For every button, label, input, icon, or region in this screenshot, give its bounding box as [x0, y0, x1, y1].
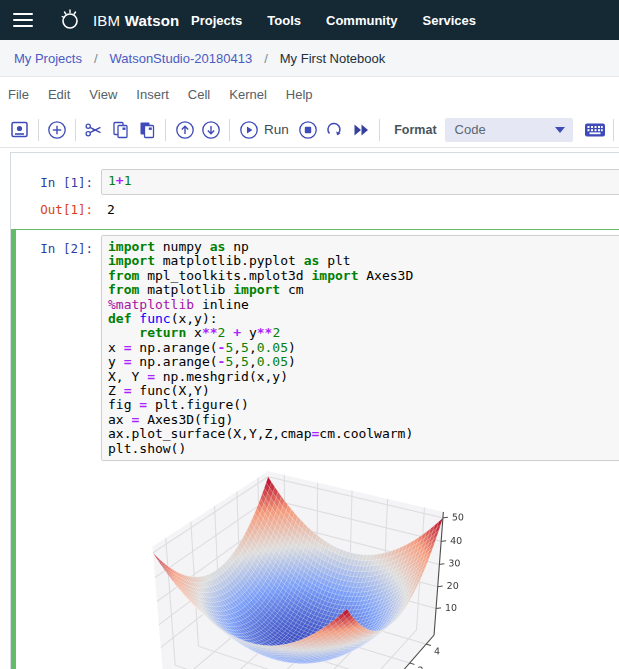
brand-text: IBM Watson — [93, 12, 179, 29]
header-nav-community[interactable]: Community — [326, 13, 398, 28]
breadcrumb-separator: / — [264, 51, 268, 66]
toolbar-separator — [75, 119, 76, 141]
interrupt-kernel-button[interactable] — [295, 117, 322, 143]
stop-circle-icon — [298, 120, 318, 140]
notebook-container: In [1]: 1+1 Out[1]: 2 In [2]: import num… — [10, 152, 619, 669]
code-input-area[interactable]: 1+1 — [101, 169, 619, 195]
menu-kernel[interactable]: Kernel — [229, 83, 267, 106]
keyboard-shortcuts-button[interactable] — [582, 117, 609, 143]
toolbar-separator — [165, 119, 166, 141]
header-nav-tools[interactable]: Tools — [267, 13, 301, 28]
format-label: Format — [394, 123, 436, 137]
play-circle-icon — [239, 120, 259, 140]
watson-studio-notebook-page: { "header": { "brand": { "prefix": "IBM"… — [0, 0, 619, 669]
breadcrumb: My Projects/WatsonStudio-20180413/My Fir… — [0, 40, 619, 77]
code-source: import numpy as np import matplotlib.pyp… — [108, 240, 619, 456]
paste-icon — [137, 120, 157, 140]
move-cell-down-button[interactable] — [198, 117, 225, 143]
header-nav: ProjectsToolsCommunityServices — [191, 0, 476, 40]
breadcrumb-link[interactable]: My Projects — [14, 51, 82, 66]
code-cell-1[interactable]: In [1]: 1+1 Out[1]: 2 — [11, 163, 619, 223]
paste-cell-button[interactable] — [134, 117, 161, 143]
code-source: 1+1 — [108, 174, 619, 188]
menu-view[interactable]: View — [89, 83, 117, 106]
add-cell-button[interactable] — [43, 117, 70, 143]
keyboard-icon — [584, 121, 606, 139]
cell-type-dropdown[interactable]: Code — [445, 118, 573, 142]
notebook-menubar: FileEditViewInsertCellKernelHelp — [0, 77, 619, 112]
breadcrumb-current: My First Notebook — [280, 51, 385, 66]
scissors-icon — [84, 120, 104, 140]
input-prompt: In [2]: — [21, 235, 101, 256]
output-prompt: Out[1]: — [21, 202, 101, 217]
header-nav-services[interactable]: Services — [423, 13, 477, 28]
watson-avatar-icon — [57, 7, 83, 33]
code-cell-2[interactable]: In [2]: import numpy as np import matplo… — [11, 229, 619, 669]
menu-cell[interactable]: Cell — [188, 83, 210, 106]
arrow-down-circle-icon — [201, 120, 221, 140]
menu-insert[interactable]: Insert — [136, 83, 169, 106]
restart-icon — [324, 120, 344, 140]
save-button[interactable] — [6, 117, 33, 143]
toolbar-separator — [379, 119, 380, 141]
copy-cell-button[interactable] — [107, 117, 134, 143]
notebook-toolbar: Run Format Code — [0, 112, 619, 148]
copy-icon — [111, 120, 131, 140]
app-header: IBM Watson ProjectsToolsCommunityService… — [0, 0, 619, 40]
breadcrumb-link[interactable]: WatsonStudio-20180413 — [110, 51, 253, 66]
menu-edit[interactable]: Edit — [48, 83, 70, 106]
move-cell-up-button[interactable] — [171, 117, 198, 143]
cell-type-value: Code — [455, 122, 555, 137]
arrow-up-circle-icon — [175, 120, 195, 140]
restart-run-all-button[interactable] — [348, 117, 375, 143]
surface-plot-3d — [114, 462, 506, 669]
breadcrumb-separator: / — [94, 51, 98, 66]
cell-output-text: 2 — [101, 202, 121, 217]
hamburger-menu-icon[interactable] — [13, 13, 33, 27]
header-nav-projects[interactable]: Projects — [191, 13, 242, 28]
run-cell-button[interactable] — [235, 117, 262, 143]
menu-file[interactable]: File — [8, 83, 29, 106]
cut-cell-button[interactable] — [81, 117, 108, 143]
restart-kernel-button[interactable] — [321, 117, 348, 143]
code-input-area[interactable]: import numpy as np import matplotlib.pyp… — [101, 235, 619, 461]
input-prompt: In [1]: — [21, 169, 101, 190]
run-label[interactable]: Run — [264, 122, 289, 137]
menu-help[interactable]: Help — [286, 83, 313, 106]
ibm-watson-brand: IBM Watson — [57, 7, 179, 33]
save-icon — [10, 120, 29, 139]
chevron-down-icon — [555, 127, 565, 133]
cell-output-plot — [21, 462, 619, 669]
plus-circle-icon — [47, 120, 67, 140]
fast-forward-icon — [351, 120, 371, 140]
toolbar-separator — [613, 119, 614, 141]
toolbar-separator — [38, 119, 39, 141]
toolbar-separator — [229, 119, 230, 141]
